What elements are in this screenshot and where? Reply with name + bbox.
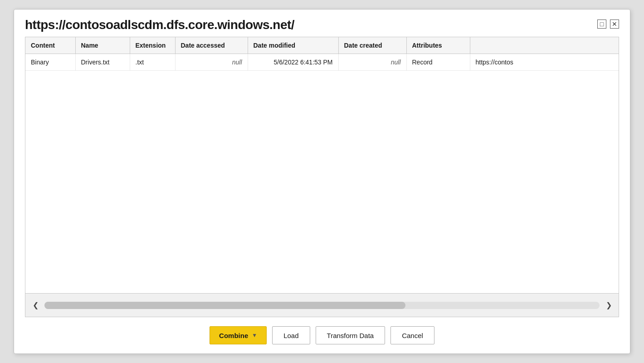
scroll-left-button[interactable]: ❮ xyxy=(29,299,42,312)
cell-url: https://contos xyxy=(470,54,619,71)
col-header-date-created: Date created xyxy=(338,37,406,54)
transform-data-button[interactable]: Transform Data xyxy=(316,326,385,344)
dialog-title: https://contosoadlscdm.dfs.core.windows.… xyxy=(25,18,294,32)
minimize-button[interactable]: □ xyxy=(597,20,606,29)
title-bar: https://contosoadlscdm.dfs.core.windows.… xyxy=(14,10,630,37)
data-table: Content Name Extension Date accessed Dat… xyxy=(25,37,619,71)
cell-date-accessed: null xyxy=(175,54,248,71)
cell-name: Drivers.txt xyxy=(75,54,130,71)
combine-label: Combine xyxy=(219,332,248,339)
window-controls: □ ✕ xyxy=(597,20,619,29)
header-row: Content Name Extension Date accessed Dat… xyxy=(25,37,619,54)
main-dialog: https://contosoadlscdm.dfs.core.windows.… xyxy=(14,9,630,354)
col-header-attributes: Attributes xyxy=(406,37,470,54)
combine-dropdown-arrow: ▼ xyxy=(252,332,257,338)
cell-date-created: null xyxy=(338,54,406,71)
col-header-date-modified: Date modified xyxy=(248,37,338,54)
table-body-area: Content Name Extension Date accessed Dat… xyxy=(25,37,619,293)
cell-extension: .txt xyxy=(130,54,175,71)
scrollbar-track[interactable] xyxy=(44,302,600,309)
table-header: Content Name Extension Date accessed Dat… xyxy=(25,37,619,54)
scrollbar-thumb xyxy=(44,302,405,309)
combine-button[interactable]: Combine ▼ xyxy=(210,326,267,344)
col-header-date-accessed: Date accessed xyxy=(175,37,248,54)
table-body: BinaryDrivers.txt.txtnull5/6/2022 6:41:5… xyxy=(25,54,619,71)
cell-attributes: Record xyxy=(406,54,470,71)
col-header-extension: Extension xyxy=(130,37,175,54)
load-button[interactable]: Load xyxy=(272,326,310,344)
footer: Combine ▼ Load Transform Data Cancel xyxy=(14,317,630,353)
table-row: BinaryDrivers.txt.txtnull5/6/2022 6:41:5… xyxy=(25,54,619,71)
col-header-content: Content xyxy=(25,37,75,54)
scrollbar-area: ❮ ❯ xyxy=(25,293,619,317)
cell-content: Binary xyxy=(25,54,75,71)
close-button[interactable]: ✕ xyxy=(610,20,619,29)
table-container: Content Name Extension Date accessed Dat… xyxy=(25,37,619,317)
scroll-right-button[interactable]: ❯ xyxy=(602,299,615,312)
col-header-url xyxy=(470,37,619,54)
cell-date-modified: 5/6/2022 6:41:53 PM xyxy=(248,54,338,71)
cancel-button[interactable]: Cancel xyxy=(390,326,434,344)
col-header-name: Name xyxy=(75,37,130,54)
